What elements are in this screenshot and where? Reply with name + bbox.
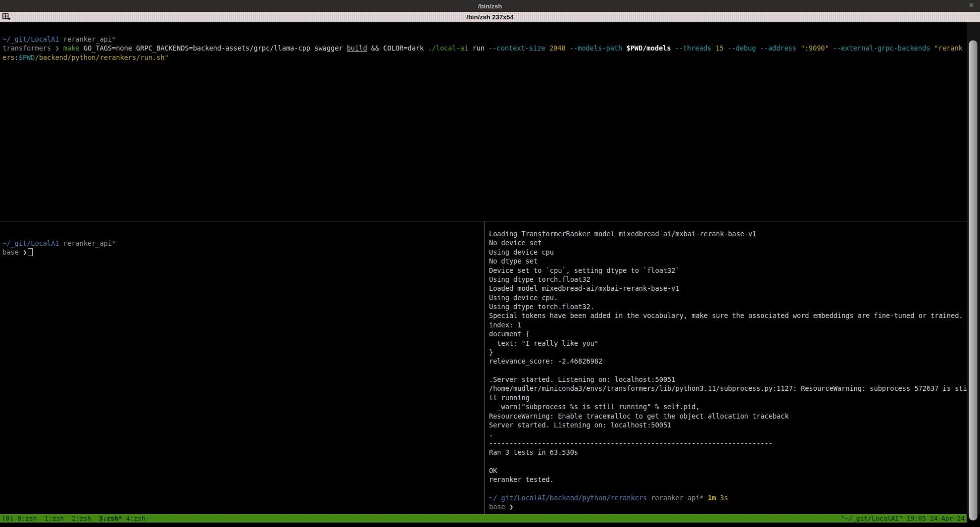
terminal-window: /bin/zsh ✕ /bin/zsh 237x54 ~/_git/LocalA… bbox=[0, 0, 980, 527]
pane-border-horizontal bbox=[0, 221, 967, 221]
tab-label[interactable]: /bin/zsh 237x54 bbox=[466, 13, 513, 21]
scrollbar-thumb[interactable] bbox=[969, 40, 978, 521]
window-title: /bin/zsh bbox=[478, 2, 502, 10]
window-list-icon[interactable] bbox=[2, 13, 11, 21]
pane-border-vertical[interactable] bbox=[484, 221, 485, 514]
pane-bottom-right-log[interactable]: Loading TransformerRanker model mixedbre… bbox=[489, 229, 967, 512]
status-session-info: "~/_git/LocalAI" 19:05 24-Apr-24 bbox=[841, 514, 965, 523]
scrollbar[interactable] bbox=[967, 22, 980, 514]
window-titlebar: /bin/zsh ✕ bbox=[0, 0, 980, 12]
status-window-list[interactable]: [0] 0:zsh 1:zsh 2:zsh 3:zsh* 4:zsh- bbox=[2, 514, 149, 523]
pane-top-shell[interactable]: ~/_git/LocalAI reranker_api*transformers… bbox=[2, 35, 963, 62]
close-icon[interactable]: ✕ bbox=[969, 1, 974, 9]
tmux-status-bar: [0] 0:zsh 1:zsh 2:zsh 3:zsh* 4:zsh- "~/_… bbox=[0, 514, 967, 523]
tab-bar: /bin/zsh 237x54 bbox=[0, 12, 980, 22]
pane-bottom-left-shell[interactable]: ~/_git/LocalAI reranker_api*base ❯ bbox=[2, 239, 116, 257]
